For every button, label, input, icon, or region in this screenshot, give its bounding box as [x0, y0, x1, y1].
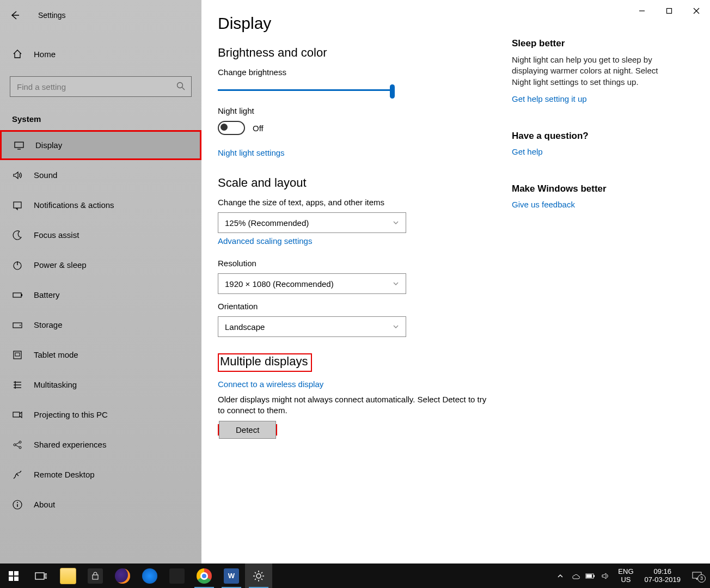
tray-battery-icon[interactable]	[585, 571, 596, 581]
night-light-toggle[interactable]	[218, 121, 245, 135]
sidebar-item-label: Remote Desktop	[34, 470, 95, 479]
clock[interactable]: 09:16 07-03-2019	[645, 568, 681, 584]
taskbar-app-chrome[interactable]	[191, 564, 218, 588]
orientation-label: Orientation	[218, 302, 490, 311]
svg-point-23	[14, 444, 16, 446]
resolution-value: 1920 × 1080 (Recommended)	[225, 279, 334, 289]
advanced-scaling-link[interactable]: Advanced scaling settings	[218, 236, 312, 246]
question-heading: Have a question?	[512, 131, 675, 142]
power-icon	[12, 260, 23, 271]
svg-line-6	[182, 88, 185, 90]
sidebar-item-label: Sound	[34, 170, 57, 180]
resolution-label: Resolution	[218, 259, 490, 268]
connect-wireless-link[interactable]: Connect to a wireless display	[218, 379, 323, 389]
svg-line-27	[16, 445, 19, 447]
sidebar-item-tablet[interactable]: Tablet mode	[0, 340, 201, 370]
section-multiple-displays: Multiple displays	[218, 353, 312, 372]
home-nav[interactable]: Home	[0, 38, 201, 70]
sidebar-item-projecting[interactable]: Projecting to this PC	[0, 400, 201, 430]
page-title: Display	[218, 14, 490, 33]
taskbar-app-settings[interactable]	[245, 564, 272, 588]
get-help-link[interactable]: Get help	[512, 147, 543, 156]
sidebar-item-label: Projecting to this PC	[34, 410, 108, 419]
sidebar-item-about[interactable]: About	[0, 489, 201, 519]
battery-icon	[12, 290, 23, 301]
sidebar-item-remote[interactable]: Remote Desktop	[0, 460, 201, 489]
svg-rect-16	[14, 351, 21, 359]
sidebar-item-label: Battery	[34, 290, 60, 299]
svg-rect-35	[35, 573, 44, 579]
taskbar-app-word[interactable]: W	[218, 564, 245, 588]
svg-line-43	[255, 572, 256, 573]
search-icon	[176, 82, 185, 90]
text-size-select[interactable]: 125% (Recommended)	[218, 212, 406, 233]
svg-point-5	[178, 83, 183, 88]
taskbar-app-terminal[interactable]	[163, 564, 191, 588]
feedback-link[interactable]: Give us feedback	[512, 200, 575, 209]
svg-line-45	[261, 572, 262, 573]
chevron-down-icon	[393, 280, 399, 287]
clock-time: 09:16	[653, 568, 671, 576]
chevron-down-icon	[393, 323, 399, 330]
section-brightness: Brightness and color	[218, 46, 490, 60]
minimize-button[interactable]	[628, 0, 656, 22]
svg-line-26	[16, 443, 19, 444]
sidebar-item-sound[interactable]: Sound	[0, 160, 201, 190]
svg-rect-31	[9, 571, 13, 575]
night-light-settings-link[interactable]: Night light settings	[218, 148, 285, 157]
sidebar-item-label: Multitasking	[34, 380, 77, 389]
orientation-select[interactable]: Landscape	[218, 316, 406, 337]
project-icon	[12, 409, 23, 420]
chevron-down-icon	[393, 219, 399, 226]
task-view-button[interactable]	[27, 564, 54, 588]
taskbar: W ENG US 09:16 07-03-2019 3	[0, 564, 710, 588]
sidebar-item-notifications[interactable]: Notifications & actions	[0, 190, 201, 220]
remote-icon	[12, 469, 23, 480]
taskbar-app-store[interactable]	[82, 564, 109, 588]
taskbar-app-edge[interactable]	[136, 564, 163, 588]
tray-chevron-icon[interactable]	[555, 571, 566, 581]
section-scale: Scale and layout	[218, 176, 490, 190]
resolution-select[interactable]: 1920 × 1080 (Recommended)	[218, 273, 406, 294]
svg-line-44	[261, 579, 262, 580]
maximize-button[interactable]	[656, 0, 683, 22]
app-title: Settings	[38, 11, 66, 20]
start-button[interactable]	[0, 564, 27, 588]
svg-point-25	[19, 446, 21, 449]
sidebar-item-battery[interactable]: Battery	[0, 280, 201, 310]
sidebar-item-shared[interactable]: Shared experiences	[0, 430, 201, 460]
svg-rect-22	[13, 412, 20, 417]
detect-button[interactable]: Detect	[219, 421, 276, 439]
display-icon	[14, 140, 25, 151]
sleep-help-link[interactable]: Get help setting it up	[512, 94, 587, 103]
sidebar-item-display[interactable]: Display	[0, 130, 201, 160]
action-center-button[interactable]: 3	[689, 571, 705, 581]
sidebar-item-focus-assist[interactable]: Focus assist	[0, 220, 201, 250]
sidebar-item-label: Power & sleep	[34, 260, 87, 270]
back-button[interactable]	[9, 9, 21, 21]
language-indicator[interactable]: ENG US	[618, 568, 633, 584]
sidebar-item-multitasking[interactable]: Multitasking	[0, 370, 201, 400]
search-input[interactable]	[10, 76, 192, 97]
content-area: Display Brightness and color Change brig…	[201, 0, 710, 564]
notification-count: 3	[697, 574, 706, 583]
svg-rect-49	[586, 574, 592, 578]
sleep-better-text: Night light can help you get to sleep by…	[512, 54, 675, 88]
lang-primary: ENG	[618, 568, 633, 576]
close-button[interactable]	[683, 0, 710, 22]
svg-rect-34	[14, 577, 19, 581]
sidebar-item-label: Storage	[34, 320, 63, 329]
tray-onedrive-icon[interactable]	[570, 571, 581, 581]
info-icon	[12, 499, 23, 510]
taskbar-app-explorer[interactable]	[54, 564, 82, 588]
taskbar-app-firefox[interactable]	[109, 564, 136, 588]
lang-secondary: US	[621, 576, 631, 584]
notifications-icon	[12, 200, 23, 211]
tablet-icon	[12, 350, 23, 360]
svg-rect-37	[93, 575, 98, 579]
brightness-slider[interactable]	[218, 82, 395, 99]
sidebar-item-storage[interactable]: Storage	[0, 310, 201, 340]
sidebar: Settings Home System Display	[0, 0, 201, 564]
sidebar-item-power[interactable]: Power & sleep	[0, 250, 201, 280]
tray-volume-icon[interactable]	[601, 571, 611, 581]
